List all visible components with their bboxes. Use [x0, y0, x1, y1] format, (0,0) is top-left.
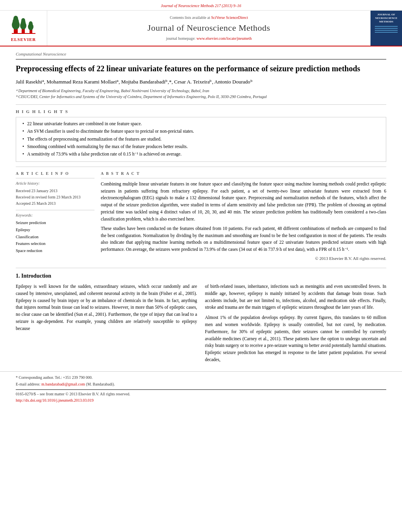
highlight-item: 22 linear univariate features are combin… — [21, 120, 381, 127]
homepage-link[interactable]: www.elsevier.com/locate/jneumeth — [196, 36, 252, 41]
bottom-bar: 0165-0270/$ – see front matter © 2013 El… — [16, 389, 386, 403]
intro-left: Epilepsy is well known for the sudden, e… — [16, 283, 197, 367]
highlights-heading: H I G H L I G H T S — [16, 109, 386, 115]
doi-line: http://dx.doi.org/10.1016/j.jneumeth.201… — [16, 398, 386, 403]
elsevier-tree-icon — [10, 14, 37, 35]
journal-cover-image: JOURNAL OFNEUROSCIENCEMETHODS — [371, 11, 402, 46]
elsevier-logo: ELSEVIER — [0, 11, 47, 46]
svg-point-10 — [29, 21, 33, 27]
article-title: Preprocessing effects of 22 linear univa… — [16, 63, 386, 74]
svg-point-3 — [13, 16, 18, 22]
contents-line: Contents lists available at SciVerse Sci… — [170, 15, 248, 20]
keyword: Features selection — [16, 240, 94, 247]
intro-text-left: Epilepsy is well known for the sudden, e… — [16, 283, 197, 332]
article-info-column: A R T I C L E I N F O Article history: R… — [16, 171, 94, 262]
intro-para-left-1: Epilepsy is well known for the sudden, e… — [16, 283, 197, 332]
cover-decoration — [372, 26, 400, 34]
abstract-heading: A B S T R A C T — [101, 171, 386, 178]
intro-heading: 1. Introduction — [16, 272, 386, 280]
abstract-column: A B S T R A C T Combining multiple linea… — [101, 171, 386, 262]
affiliations: ᵃ Department of Biomedical Engineering, … — [16, 88, 386, 100]
keyword: Epilepsy — [16, 226, 94, 234]
highlights-section: H I G H L I G H T S 22 linear univariate… — [16, 109, 386, 162]
highlights-box: 22 linear univariate features are combin… — [16, 117, 386, 161]
keyword: Classification — [16, 234, 94, 241]
svg-rect-11 — [12, 33, 35, 34]
article-footer: * Corresponding author. Tel.: +351 239 7… — [0, 371, 402, 406]
issn-line: 0165-0270/$ – see front matter © 2013 El… — [16, 391, 386, 397]
journal-title-area: Contents lists available at SciVerse Sci… — [47, 11, 371, 46]
intro-para-right-1: of birth-related issues, inheritance, in… — [205, 283, 387, 311]
doi-link[interactable]: http://dx.doi.org/10.1016/j.jneumeth.201… — [16, 398, 94, 402]
divider-2 — [16, 167, 386, 167]
article-info-heading: A R T I C L E I N F O — [16, 171, 94, 178]
sciverse-link[interactable]: SciVerse ScienceDirect — [211, 15, 248, 20]
highlight-item: A sensitivity of 73.9% with a false pred… — [21, 151, 381, 157]
abstract-paragraph-2: These studies have been conducted on the… — [101, 225, 386, 253]
abstract-paragraph-1: Combining multiple linear univariate fea… — [101, 181, 386, 223]
keyword: Space reduction — [16, 247, 94, 254]
highlight-item: The effects of preprocessing and normali… — [21, 136, 381, 142]
journal-main-title: Journal of Neuroscience Methods — [148, 22, 270, 34]
introduction-section: 1. Introduction Epilepsy is well known f… — [16, 268, 386, 367]
journal-header: Journal of Neuroscience Methods 217 (201… — [0, 0, 402, 46]
intro-two-col: Epilepsy is well known for the sudden, e… — [16, 283, 386, 367]
article-info-abstract: A R T I C L E I N F O Article history: R… — [16, 171, 386, 262]
intro-right: of birth-related issues, inheritance, in… — [205, 283, 387, 367]
keywords-heading: Keywords: — [16, 213, 94, 218]
left-divider — [16, 210, 94, 210]
section-tag: Computational Neuroscience — [16, 51, 386, 59]
intro-para-right-2: Almost 1% of the population develops epi… — [205, 314, 387, 363]
divider-1 — [16, 104, 386, 105]
abstract-copyright: © 2013 Elsevier B.V. All rights reserved… — [101, 256, 386, 261]
email-line: E-mail address: m.bandarabadi@gmail.com … — [16, 382, 386, 387]
history-label: Article history: — [16, 181, 94, 186]
highlight-item: An SVM classifier is used to discriminat… — [21, 128, 381, 134]
highlights-list: 22 linear univariate features are combin… — [21, 120, 381, 157]
article-dates: Received 23 January 2013 Received in rev… — [16, 188, 94, 207]
footnote: * Corresponding author. Tel.: +351 239 7… — [16, 375, 386, 380]
article-body: Computational Neuroscience Preprocessing… — [0, 46, 402, 371]
journal-header-main: ELSEVIER Contents lists available at Sci… — [0, 10, 402, 46]
cover-title: JOURNAL OFNEUROSCIENCEMETHODS — [375, 13, 397, 24]
abstract-text: Combining multiple linear univariate fea… — [101, 181, 386, 253]
svg-point-7 — [21, 18, 25, 23]
journal-topline: Journal of Neuroscience Methods 217 (201… — [0, 2, 402, 10]
authors: Jalil Rasekhiᵃ, Mohammad Reza Karami Mol… — [16, 78, 386, 85]
journal-homepage: journal homepage: www.elsevier.com/locat… — [166, 36, 252, 41]
keyword: Seizure prediction — [16, 219, 94, 226]
intro-text-right: of birth-related issues, inheritance, in… — [205, 283, 387, 363]
highlight-item: Smoothing combined with normalizing by t… — [21, 143, 381, 150]
email-link[interactable]: m.bandarabadi@gmail.com — [41, 382, 85, 386]
